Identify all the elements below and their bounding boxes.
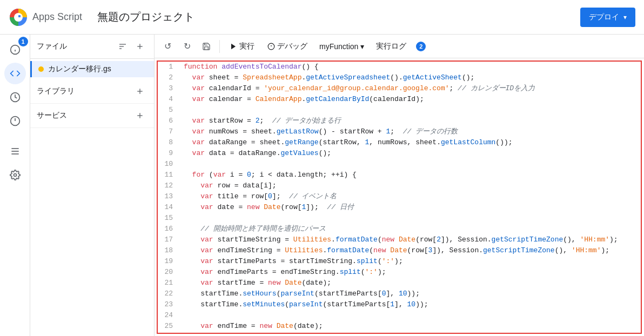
add-library-button[interactable] [132, 84, 147, 99]
line-content [179, 213, 641, 224]
function-selector[interactable]: myFunction ▾ [315, 40, 368, 53]
sort-button[interactable] [115, 39, 130, 54]
line-content[interactable]: function addEventsToCalendar() { [179, 62, 641, 72]
code-line-12: 12 var row = data[i]; [158, 180, 641, 191]
code-line-19: 19 var startTimeParts = startTimeString.… [158, 256, 641, 267]
code-editor[interactable]: 1 function addEventsToCalendar() { 2 var… [157, 61, 642, 334]
deploy-button[interactable]: デプロイ ▾ [580, 8, 635, 27]
library-section[interactable]: ライブラリ [30, 79, 154, 104]
main-layout: 1 ファイル [0, 35, 644, 336]
line-content[interactable]: var startTimeString = Utilities.formatDa… [179, 234, 641, 245]
code-line-3: 3 var calendarId = 'your_calendar_id@gro… [158, 83, 641, 94]
code-line-16: 16 // 開始時間と終了時間を適切にパース [158, 224, 641, 234]
code-line-9: 9 var data = dataRange.getValues(); [158, 148, 641, 159]
google-logo-icon [9, 8, 28, 27]
line-content[interactable]: startTime.setMinutes(parseInt(startTimeP… [179, 299, 641, 310]
line-content[interactable]: var dataRange = sheet.getRange(startRow,… [179, 137, 641, 148]
file-list: カレンダー移行.gs [30, 59, 154, 79]
code-line-1: 1 function addEventsToCalendar() { [158, 62, 641, 72]
line-number: 10 [158, 159, 179, 170]
code-line-25: 25 var endTime = new Date(date); [158, 321, 641, 332]
code-line-13: 13 var title = row[0]; // イベント名 [158, 191, 641, 202]
line-content[interactable]: var startRow = 2; // データが始まる行 [179, 116, 641, 126]
logo-area: Apps Script [9, 8, 82, 27]
library-label: ライブラリ [37, 86, 132, 96]
deploy-chevron-icon: ▾ [623, 14, 627, 21]
code-line-24: 24 [158, 310, 641, 321]
line-content[interactable]: endTime.setHours(parseInt(endTimeParts[0… [179, 332, 641, 334]
line-number: 3 [158, 83, 179, 94]
code-line-22: 22 startTime.setHours(parseInt(startTime… [158, 288, 641, 299]
line-content[interactable]: var title = row[0]; // イベント名 [179, 191, 641, 202]
line-number: 23 [158, 299, 179, 310]
code-line-20: 20 var endTimeParts = endTimeString.spli… [158, 267, 641, 278]
line-content[interactable]: var sheet = SpreadsheetApp.getActiveSpre… [179, 72, 641, 83]
line-content[interactable]: var calendar = CalendarApp.getCalendarBy… [179, 94, 641, 105]
line-content[interactable]: for (var i = 0; i < data.length; ++i) { [179, 170, 641, 180]
code-line-15: 15 [158, 213, 641, 224]
code-line-2: 2 var sheet = SpreadsheetApp.getActiveSp… [158, 72, 641, 83]
line-content[interactable]: var calendarId = 'your_calendar_id@group… [179, 83, 641, 94]
line-content[interactable]: // 開始時間と終了時間を適切にパース [179, 224, 641, 234]
line-number: 12 [158, 180, 179, 191]
line-number: 22 [158, 288, 179, 299]
run-label: 実行 [239, 42, 254, 51]
code-line-7: 7 var numRows = sheet.getLastRow() - sta… [158, 126, 641, 137]
file-item-calendar[interactable]: カレンダー移行.gs [30, 61, 154, 77]
annotation-2: 2 [416, 42, 426, 51]
side-icons: 1 [0, 35, 30, 336]
menu-icon-btn[interactable] [4, 140, 26, 162]
line-content[interactable]: var date = new Date(row[1]); // 日付 [179, 202, 641, 213]
add-services-button[interactable] [132, 108, 147, 123]
line-number: 5 [158, 105, 179, 116]
code-table: 1 function addEventsToCalendar() { 2 var… [158, 62, 641, 334]
file-name: カレンダー移行.gs [48, 64, 111, 74]
line-number: 4 [158, 94, 179, 105]
code-icon-btn[interactable] [4, 63, 26, 84]
line-number: 26 [158, 332, 179, 334]
debug-button[interactable]: デバッグ [262, 39, 313, 53]
line-number: 7 [158, 126, 179, 137]
line-content[interactable]: var numRows = sheet.getLastRow() - start… [179, 126, 641, 137]
sidebar-panel: ファイル カレンダー移行.gs ライブラリ サービス [30, 35, 155, 336]
code-line-18: 18 var endTimeString = Utilities.formatD… [158, 245, 641, 256]
line-number: 2 [158, 72, 179, 83]
services-label: サービス [37, 111, 132, 120]
code-line-10: 10 [158, 159, 641, 170]
svg-marker-19 [231, 43, 236, 49]
debug-label: デバッグ [277, 42, 307, 51]
line-content[interactable]: var startTime = new Date(date); [179, 278, 641, 288]
add-file-button[interactable] [132, 39, 147, 54]
line-content [179, 159, 641, 170]
line-content[interactable]: var endTimeString = Utilities.formatDate… [179, 245, 641, 256]
line-content[interactable]: var endTimeParts = endTimeString.split('… [179, 267, 641, 278]
line-content [179, 310, 641, 321]
undo-button[interactable]: ↺ [159, 38, 176, 55]
redo-button[interactable]: ↻ [178, 38, 196, 55]
code-line-5: 5 [158, 105, 641, 116]
history-icon-btn[interactable] [4, 86, 26, 108]
line-number: 8 [158, 137, 179, 148]
services-section[interactable]: サービス [30, 104, 154, 128]
save-button[interactable] [198, 38, 215, 55]
line-number: 14 [158, 202, 179, 213]
run-button[interactable]: 実行 [224, 39, 260, 53]
line-content[interactable]: var startTimeParts = startTimeString.spl… [179, 256, 641, 267]
code-line-6: 6 var startRow = 2; // データが始まる行 [158, 116, 641, 126]
line-content[interactable]: startTime.setHours(parseInt(startTimePar… [179, 288, 641, 299]
line-content[interactable]: var row = data[i]; [179, 180, 641, 191]
execlog-button[interactable]: 実行ログ [371, 39, 412, 53]
line-content[interactable]: var endTime = new Date(date); [179, 321, 641, 332]
line-number: 19 [158, 256, 179, 267]
line-number: 9 [158, 148, 179, 159]
line-number: 24 [158, 310, 179, 321]
line-content[interactable]: var data = dataRange.getValues(); [179, 148, 641, 159]
trigger-icon-btn[interactable] [4, 110, 26, 132]
svg-point-9 [14, 174, 16, 177]
code-line-8: 8 var dataRange = sheet.getRange(startRo… [158, 137, 641, 148]
toolbar-divider-1 [219, 40, 220, 53]
settings-icon-btn[interactable] [4, 164, 26, 186]
editor-toolbar: ↺ ↻ 実行 デバッグ myFunction ▾ 実行ログ [155, 35, 644, 58]
file-section-label: ファイル [37, 42, 113, 51]
line-number: 17 [158, 234, 179, 245]
